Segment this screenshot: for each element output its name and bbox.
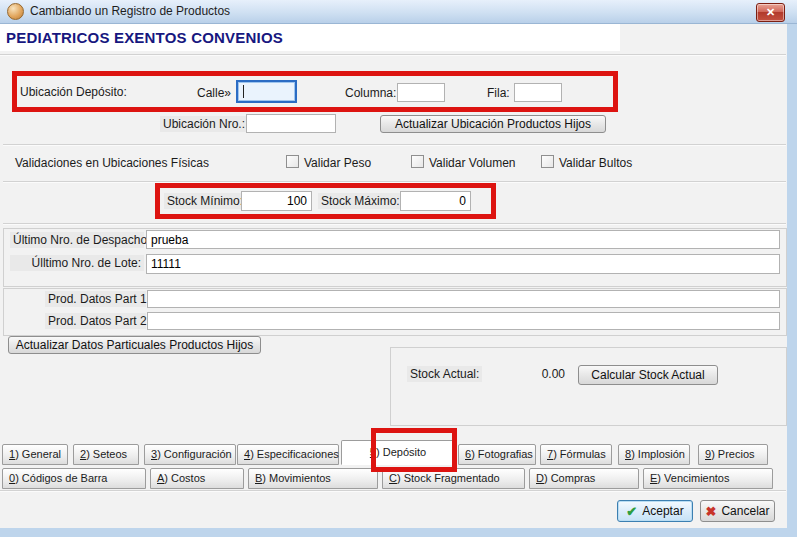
prod-datos-part1-label: Prod. Datos Part 1:: [45, 291, 146, 307]
despacho-label: Último Nro. de Despacho:: [10, 232, 144, 248]
stock-actual-label: Stock Actual:: [407, 366, 482, 382]
validar-peso-checkbox[interactable]: [286, 155, 299, 168]
stock-actual-value: 0.00: [520, 367, 565, 381]
tab-6[interactable]: 6) Fotografias: [458, 444, 536, 465]
despacho-input[interactable]: [146, 230, 780, 249]
fila-label: Fila:: [487, 86, 510, 100]
cancelar-label: Cancelar: [721, 504, 769, 518]
tab-7[interactable]: 7) Fórmulas: [540, 444, 612, 465]
validaciones-label: Validaciones en Ubicaciones Físicas: [15, 156, 209, 170]
stock-minimo-input[interactable]: [241, 191, 312, 211]
tab-9[interactable]: 9) Precios: [698, 444, 768, 465]
aceptar-label: Aceptar: [642, 504, 683, 518]
actualizar-datos-particulares-button[interactable]: Actualizar Datos Particuales Productos H…: [8, 336, 261, 354]
tab-3[interactable]: 3) Configuración: [144, 444, 236, 465]
tab-2[interactable]: 2) Seteos: [73, 444, 139, 465]
stock-minimo-label: Stock Mínimo:: [164, 193, 246, 209]
tab-d[interactable]: D) Compras: [529, 468, 639, 489]
tab-4[interactable]: 4) Especificaciones: [237, 444, 339, 465]
prod-datos-part2-input[interactable]: [147, 312, 780, 330]
divider: [0, 54, 786, 56]
prod-datos-part2-label: Prod. Datos Part 2:: [45, 313, 146, 329]
close-icon: ✕: [766, 6, 775, 18]
window-title: Cambiando un Registro de Productos: [30, 0, 230, 23]
calle-label: Calle»: [197, 86, 231, 100]
dialog-window: Cambiando un Registro de Productos ✕ PED…: [0, 0, 797, 537]
tab-e[interactable]: E) Vencimientos: [643, 468, 773, 489]
prod-datos-part1-input[interactable]: [147, 290, 780, 308]
divider: [3, 144, 786, 146]
window-frame-right: [787, 24, 797, 537]
stock-maximo-label: Stock Máximo:: [318, 193, 403, 209]
validar-bultos-label: Validar Bultos: [559, 156, 632, 170]
validar-peso-label: Validar Peso: [304, 156, 371, 170]
actualizar-ubicacion-button[interactable]: Actualizar Ubicación Productos Hijos: [380, 115, 606, 133]
calcular-stock-actual-button[interactable]: Calcular Stock Actual: [578, 365, 718, 385]
divider: [3, 223, 786, 225]
tab-1[interactable]: 1) General: [2, 444, 68, 465]
stock-actual-groupbox: [390, 347, 787, 426]
tab-8[interactable]: 8) Implosión: [618, 444, 690, 465]
app-icon: [7, 3, 24, 20]
tab-c[interactable]: C) Stock Fragmentado: [382, 468, 525, 489]
fila-input[interactable]: [514, 83, 562, 102]
title-bar: Cambiando un Registro de Productos ✕: [0, 0, 797, 24]
ubicacion-nro-input[interactable]: [246, 114, 336, 133]
lote-label: Úlltimo Nro. de Lote:: [10, 255, 144, 271]
tab-b[interactable]: B) Movimientos: [248, 468, 378, 489]
x-icon: ✖: [706, 504, 717, 519]
aceptar-button[interactable]: ✔Aceptar: [617, 500, 693, 522]
validar-bultos-checkbox[interactable]: [541, 155, 554, 168]
validar-volumen-label: Validar Volumen: [429, 156, 516, 170]
ubicacion-deposito-label: Ubicación Depósito:: [20, 85, 127, 99]
tab-0[interactable]: 0) Códigos de Barra: [2, 468, 146, 489]
calle-input[interactable]: [236, 80, 297, 103]
window-frame-bottom: [0, 528, 797, 537]
divider: [3, 181, 786, 183]
page-title: PEDIATRICOS EXENTOS CONVENIOS: [6, 24, 283, 51]
tab-5[interactable]: 5) Depósito: [341, 440, 455, 465]
validar-volumen-checkbox[interactable]: [411, 155, 424, 168]
divider: [0, 490, 786, 492]
close-button[interactable]: ✕: [756, 3, 785, 22]
columna-input[interactable]: [397, 83, 445, 102]
check-icon: ✔: [626, 504, 637, 519]
ubicacion-nro-label: Ubicación Nro.:: [160, 116, 248, 132]
cancelar-button[interactable]: ✖Cancelar: [700, 500, 775, 522]
columna-label: Columna:: [345, 86, 396, 100]
tab-a[interactable]: A) Costos: [150, 468, 244, 489]
stock-maximo-input[interactable]: [400, 191, 471, 211]
lote-input[interactable]: [146, 254, 780, 274]
text-caret: [243, 85, 244, 98]
